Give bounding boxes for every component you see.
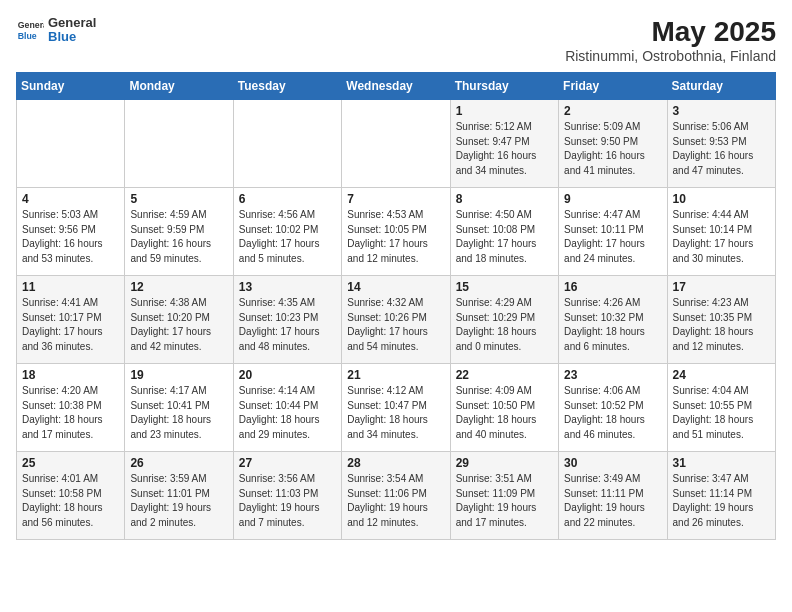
day-number: 31 — [673, 456, 770, 470]
day-info: Sunrise: 3:54 AM Sunset: 11:06 PM Daylig… — [347, 472, 444, 530]
day-info: Sunrise: 3:56 AM Sunset: 11:03 PM Daylig… — [239, 472, 336, 530]
main-title: May 2025 — [565, 16, 776, 48]
day-info: Sunrise: 3:47 AM Sunset: 11:14 PM Daylig… — [673, 472, 770, 530]
day-info: Sunrise: 4:12 AM Sunset: 10:47 PM Daylig… — [347, 384, 444, 442]
day-number: 7 — [347, 192, 444, 206]
day-info: Sunrise: 3:51 AM Sunset: 11:09 PM Daylig… — [456, 472, 553, 530]
day-number: 11 — [22, 280, 119, 294]
day-number: 20 — [239, 368, 336, 382]
logo-blue: Blue — [48, 30, 96, 44]
calendar-cell: 4Sunrise: 5:03 AM Sunset: 9:56 PM Daylig… — [17, 188, 125, 276]
weekday-header: Friday — [559, 73, 667, 100]
calendar-cell: 23Sunrise: 4:06 AM Sunset: 10:52 PM Dayl… — [559, 364, 667, 452]
calendar-cell: 24Sunrise: 4:04 AM Sunset: 10:55 PM Dayl… — [667, 364, 775, 452]
day-number: 26 — [130, 456, 227, 470]
day-number: 16 — [564, 280, 661, 294]
day-info: Sunrise: 4:01 AM Sunset: 10:58 PM Daylig… — [22, 472, 119, 530]
calendar-week-row: 11Sunrise: 4:41 AM Sunset: 10:17 PM Dayl… — [17, 276, 776, 364]
day-number: 1 — [456, 104, 553, 118]
day-info: Sunrise: 3:49 AM Sunset: 11:11 PM Daylig… — [564, 472, 661, 530]
day-number: 8 — [456, 192, 553, 206]
title-area: May 2025 Ristinummi, Ostrobothnia, Finla… — [565, 16, 776, 64]
calendar-cell: 26Sunrise: 3:59 AM Sunset: 11:01 PM Dayl… — [125, 452, 233, 540]
day-number: 6 — [239, 192, 336, 206]
day-info: Sunrise: 4:09 AM Sunset: 10:50 PM Daylig… — [456, 384, 553, 442]
day-number: 21 — [347, 368, 444, 382]
day-info: Sunrise: 4:14 AM Sunset: 10:44 PM Daylig… — [239, 384, 336, 442]
calendar-header: SundayMondayTuesdayWednesdayThursdayFrid… — [17, 73, 776, 100]
calendar-week-row: 25Sunrise: 4:01 AM Sunset: 10:58 PM Dayl… — [17, 452, 776, 540]
calendar-cell — [17, 100, 125, 188]
logo: General Blue General Blue — [16, 16, 96, 45]
header: General Blue General Blue May 2025 Risti… — [16, 16, 776, 64]
day-number: 2 — [564, 104, 661, 118]
day-info: Sunrise: 4:50 AM Sunset: 10:08 PM Daylig… — [456, 208, 553, 266]
logo-icon: General Blue — [16, 16, 44, 44]
day-info: Sunrise: 5:03 AM Sunset: 9:56 PM Dayligh… — [22, 208, 119, 266]
calendar-cell: 12Sunrise: 4:38 AM Sunset: 10:20 PM Dayl… — [125, 276, 233, 364]
day-info: Sunrise: 4:41 AM Sunset: 10:17 PM Daylig… — [22, 296, 119, 354]
subtitle: Ristinummi, Ostrobothnia, Finland — [565, 48, 776, 64]
calendar-cell: 27Sunrise: 3:56 AM Sunset: 11:03 PM Dayl… — [233, 452, 341, 540]
calendar-cell: 30Sunrise: 3:49 AM Sunset: 11:11 PM Dayl… — [559, 452, 667, 540]
day-number: 4 — [22, 192, 119, 206]
weekday-header: Tuesday — [233, 73, 341, 100]
day-info: Sunrise: 4:17 AM Sunset: 10:41 PM Daylig… — [130, 384, 227, 442]
weekday-header: Wednesday — [342, 73, 450, 100]
day-number: 5 — [130, 192, 227, 206]
day-number: 28 — [347, 456, 444, 470]
weekday-header: Monday — [125, 73, 233, 100]
day-number: 13 — [239, 280, 336, 294]
day-number: 17 — [673, 280, 770, 294]
calendar-cell: 2Sunrise: 5:09 AM Sunset: 9:50 PM Daylig… — [559, 100, 667, 188]
calendar-cell: 22Sunrise: 4:09 AM Sunset: 10:50 PM Dayl… — [450, 364, 558, 452]
calendar-cell: 15Sunrise: 4:29 AM Sunset: 10:29 PM Dayl… — [450, 276, 558, 364]
day-info: Sunrise: 4:59 AM Sunset: 9:59 PM Dayligh… — [130, 208, 227, 266]
day-number: 24 — [673, 368, 770, 382]
day-number: 18 — [22, 368, 119, 382]
svg-text:Blue: Blue — [18, 31, 37, 41]
day-number: 29 — [456, 456, 553, 470]
calendar-cell: 10Sunrise: 4:44 AM Sunset: 10:14 PM Dayl… — [667, 188, 775, 276]
calendar-cell: 9Sunrise: 4:47 AM Sunset: 10:11 PM Dayli… — [559, 188, 667, 276]
day-number: 25 — [22, 456, 119, 470]
calendar-cell: 1Sunrise: 5:12 AM Sunset: 9:47 PM Daylig… — [450, 100, 558, 188]
day-info: Sunrise: 4:38 AM Sunset: 10:20 PM Daylig… — [130, 296, 227, 354]
day-info: Sunrise: 4:26 AM Sunset: 10:32 PM Daylig… — [564, 296, 661, 354]
day-number: 3 — [673, 104, 770, 118]
calendar-cell — [233, 100, 341, 188]
calendar-cell: 17Sunrise: 4:23 AM Sunset: 10:35 PM Dayl… — [667, 276, 775, 364]
calendar-cell: 25Sunrise: 4:01 AM Sunset: 10:58 PM Dayl… — [17, 452, 125, 540]
calendar-body: 1Sunrise: 5:12 AM Sunset: 9:47 PM Daylig… — [17, 100, 776, 540]
calendar-cell: 6Sunrise: 4:56 AM Sunset: 10:02 PM Dayli… — [233, 188, 341, 276]
day-info: Sunrise: 4:29 AM Sunset: 10:29 PM Daylig… — [456, 296, 553, 354]
calendar-cell: 16Sunrise: 4:26 AM Sunset: 10:32 PM Dayl… — [559, 276, 667, 364]
day-number: 9 — [564, 192, 661, 206]
day-info: Sunrise: 5:12 AM Sunset: 9:47 PM Dayligh… — [456, 120, 553, 178]
day-info: Sunrise: 4:06 AM Sunset: 10:52 PM Daylig… — [564, 384, 661, 442]
calendar-table: SundayMondayTuesdayWednesdayThursdayFrid… — [16, 72, 776, 540]
day-number: 10 — [673, 192, 770, 206]
day-info: Sunrise: 5:06 AM Sunset: 9:53 PM Dayligh… — [673, 120, 770, 178]
day-number: 12 — [130, 280, 227, 294]
calendar-cell: 13Sunrise: 4:35 AM Sunset: 10:23 PM Dayl… — [233, 276, 341, 364]
calendar-cell: 7Sunrise: 4:53 AM Sunset: 10:05 PM Dayli… — [342, 188, 450, 276]
day-info: Sunrise: 4:20 AM Sunset: 10:38 PM Daylig… — [22, 384, 119, 442]
calendar-week-row: 1Sunrise: 5:12 AM Sunset: 9:47 PM Daylig… — [17, 100, 776, 188]
day-number: 30 — [564, 456, 661, 470]
calendar-cell: 19Sunrise: 4:17 AM Sunset: 10:41 PM Dayl… — [125, 364, 233, 452]
day-number: 23 — [564, 368, 661, 382]
day-info: Sunrise: 4:35 AM Sunset: 10:23 PM Daylig… — [239, 296, 336, 354]
day-info: Sunrise: 4:56 AM Sunset: 10:02 PM Daylig… — [239, 208, 336, 266]
weekday-header-row: SundayMondayTuesdayWednesdayThursdayFrid… — [17, 73, 776, 100]
weekday-header: Thursday — [450, 73, 558, 100]
calendar-cell: 3Sunrise: 5:06 AM Sunset: 9:53 PM Daylig… — [667, 100, 775, 188]
day-info: Sunrise: 4:23 AM Sunset: 10:35 PM Daylig… — [673, 296, 770, 354]
calendar-cell: 5Sunrise: 4:59 AM Sunset: 9:59 PM Daylig… — [125, 188, 233, 276]
weekday-header: Sunday — [17, 73, 125, 100]
logo-general: General — [48, 16, 96, 30]
day-number: 14 — [347, 280, 444, 294]
day-info: Sunrise: 4:32 AM Sunset: 10:26 PM Daylig… — [347, 296, 444, 354]
calendar-week-row: 18Sunrise: 4:20 AM Sunset: 10:38 PM Dayl… — [17, 364, 776, 452]
calendar-cell: 29Sunrise: 3:51 AM Sunset: 11:09 PM Dayl… — [450, 452, 558, 540]
